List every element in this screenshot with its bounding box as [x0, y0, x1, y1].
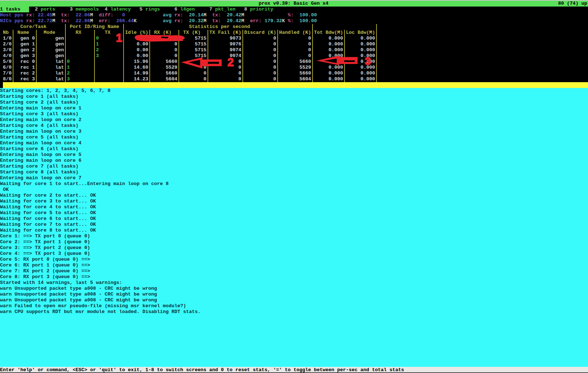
svg-text:3: 3 [365, 55, 371, 67]
svg-text:1: 1 [116, 32, 122, 44]
svg-text:2: 2 [227, 56, 234, 69]
